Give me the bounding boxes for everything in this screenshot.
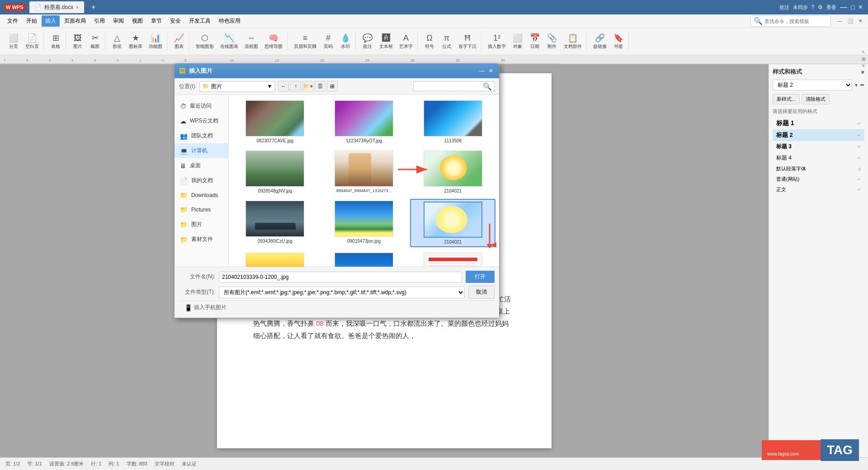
sidebar-item-desktop[interactable]: 🖥 桌面 [175,158,228,173]
toolbar-btn-watermark[interactable]: 💧 水印 [337,32,354,51]
menu-review[interactable]: 审阅 [109,15,127,27]
toolbar-btn-page-num[interactable]: # 页码 [320,32,336,51]
file-item-1223[interactable]: 1223473RyOT.jpg [321,99,407,145]
close-window-btn[interactable]: × [859,3,863,11]
toolbar-btn-bookmark[interactable]: 🔖 书签 [610,32,627,51]
maximize-btn[interactable]: □ [851,4,854,11]
toolbar-btn-mindmap[interactable]: 🧠 思维导图 [262,32,285,51]
file-item-0901[interactable]: 09015473jon.jpg [321,199,407,247]
sidebar-item-team[interactable]: 👥 团队文档 [175,128,228,143]
toolbar-btn-header-footer[interactable]: ≡ 页眉和页脚 [291,32,319,51]
menu-chapter[interactable]: 章节 [147,15,165,27]
filetype-select[interactable]: 所有图片(*.emf;*.wmf;*.jpg;*.jpeg;*.jpe;*.pn… [219,287,465,298]
new-style-btn[interactable]: 新样式... [773,94,800,104]
style-item-default-para[interactable]: 默认段落字体a [773,164,864,174]
dialog-minimize-btn[interactable]: — [478,67,486,75]
filename-input[interactable] [219,272,462,282]
sidebar-item-recent[interactable]: ⏱ 最近访问 [175,99,228,113]
toolbar-btn-doc-parts[interactable]: 📋 文档部件 [561,32,585,51]
menu-file[interactable]: 文件 [4,15,22,27]
file-item-2104b[interactable]: 2104021 [410,199,495,247]
sidebar-item-materials[interactable]: 📁 素材文件 [175,232,228,247]
sidebar-item-cloud[interactable]: ☁ WPS云文档 [175,113,228,128]
location-up-btn[interactable]: ↑ [290,81,301,92]
panel-icon-grid[interactable]: ⊞ [859,56,868,61]
toolbar-btn-hyperlink[interactable]: 🔗 超链接 [590,32,609,51]
annotate-btn[interactable]: 批注 [779,4,789,11]
settings-btn[interactable]: ⚙ [818,4,823,10]
clear-format-btn[interactable]: 清除格式 [802,94,830,104]
toolbar-btn-image[interactable]: 🖼 图片 [70,32,86,51]
menu-home[interactable]: 开始 [23,15,41,27]
new-tab-btn[interactable]: + [88,3,99,11]
style-item-heading1[interactable]: 标题 1↵ [773,118,864,129]
menu-security[interactable]: 安全 [166,15,184,27]
dialog-close-btn[interactable]: ✕ [487,67,495,75]
open-btn[interactable]: 打开 [466,271,495,283]
toolbar-btn-icons[interactable]: ★ 图标库 [126,32,145,51]
menu-references[interactable]: 引用 [90,15,108,27]
menu-dev[interactable]: 开发工具 [185,15,214,27]
toolbar-btn-screenshot[interactable]: ✂ 截图 [87,32,103,51]
file-item-0934[interactable]: 0934380lCzU.jpg [232,199,318,247]
win-restore[interactable]: ⬜ [845,18,855,24]
toolbar-btn-object[interactable]: ⬜ 对象 [509,32,526,51]
toolbar-btn-attachment[interactable]: 📎 附件 [544,32,560,51]
location-select[interactable]: 📁 图片 ▼ [199,81,276,92]
toolbar-btn-chart[interactable]: 📈 图表 [171,32,187,51]
style-item-heading2[interactable]: 标题 2↵ [773,129,864,141]
tab-close-btn[interactable]: × [76,5,79,10]
location-view-list-btn[interactable]: ☰ [315,81,326,92]
sidebar-item-downloads[interactable]: 📁 Downloads [175,188,228,202]
dialog-search-input[interactable] [413,81,495,91]
style-select[interactable]: 标题 2 [773,80,852,90]
toolbar-btn-comment[interactable]: 💬 批注 [359,32,376,51]
panel-icon-list[interactable]: ≡ [859,63,868,68]
style-item-heading3[interactable]: 标题 3↵ [773,141,864,152]
minimize-btn[interactable]: — [840,3,847,11]
win-close[interactable]: ✕ [857,18,864,24]
menu-view[interactable]: 视图 [128,15,146,27]
cancel-btn[interactable]: 取消 [468,286,495,299]
toolbar-btn-date[interactable]: 📅 日期 [527,32,543,51]
toolbar-btn-formula[interactable]: π 公式 [439,32,455,51]
toolbar-btn-symbol[interactable]: Ω 符号 [421,32,438,51]
toolbar-btn-insert-number[interactable]: 1² 插入数字 [485,32,509,51]
file-item-8994[interactable]: 8994847_8994847_1316273... [321,149,407,195]
sidebar-item-tupian[interactable]: 📁 图片 [175,217,228,232]
sidebar-item-pictures[interactable]: 📁 Pictures [175,202,228,217]
toolbar-btn-blank-page[interactable]: 📄 空白页 [23,32,42,51]
menu-special[interactable]: 特色应用 [215,15,244,27]
file-item-0951[interactable]: 0951033Jpph.jpg [232,251,318,267]
file-item-1113[interactable]: 1113508 [410,99,495,145]
toolbar-btn-online-chart[interactable]: 📉 在线图表 [217,32,241,51]
toolbar-btn-flowchart[interactable]: ↔ 流程图 [242,32,261,51]
toolbar-btn-page-break[interactable]: ⬜ 分页 [5,32,22,51]
toolbar-btn-table[interactable]: ⊞ 表格 [47,32,64,51]
style-item-normal-web[interactable]: 普通(网站)↵ [773,174,864,184]
toolbar-btn-dropcap[interactable]: Ħ 首字下沉 [456,32,479,51]
location-new-folder-btn[interactable]: 📁+ [302,81,313,92]
menu-search-input[interactable] [764,19,828,24]
sidebar-item-mydocs[interactable]: 📄 我的文档 [175,173,228,188]
file-item-snipaste[interactable]: Snipaste [410,251,495,267]
file-item-2104a[interactable]: 2104021 [410,149,495,195]
panel-edit-btn[interactable]: ✏ [860,82,864,88]
sidebar-item-computer[interactable]: 💻 计算机 [175,143,228,158]
toolbar-btn-func-diagram[interactable]: 📊 功能图 [146,32,165,51]
location-view-grid-btn[interactable]: ⊞ [327,81,338,92]
file-item-0928[interactable]: 0928548gjNV.jpg [232,149,318,195]
help-btn[interactable]: ? [811,4,815,10]
menu-insert[interactable]: 插入 [42,15,60,27]
win-min[interactable]: — [835,18,844,24]
location-back-btn[interactable]: ← [278,81,289,92]
phone-insert[interactable]: 📱 插入手机图片 [179,301,495,314]
menu-layout[interactable]: 页面布局 [61,15,90,27]
style-item-heading4[interactable]: 标题 4↵ [773,152,864,164]
menu-search-box[interactable]: 🔍 [750,15,831,27]
panel-close-btn[interactable]: × [861,69,864,75]
toolbar-btn-textbox[interactable]: 🅰 文本框 [377,32,396,51]
toolbar-btn-shapes[interactable]: △ 形状 [109,32,125,51]
toolbar-btn-smart-shape[interactable]: ⬡ 智能图形 [193,32,217,51]
document-tab[interactable]: 📄 粉墨着.docx × [29,1,85,13]
